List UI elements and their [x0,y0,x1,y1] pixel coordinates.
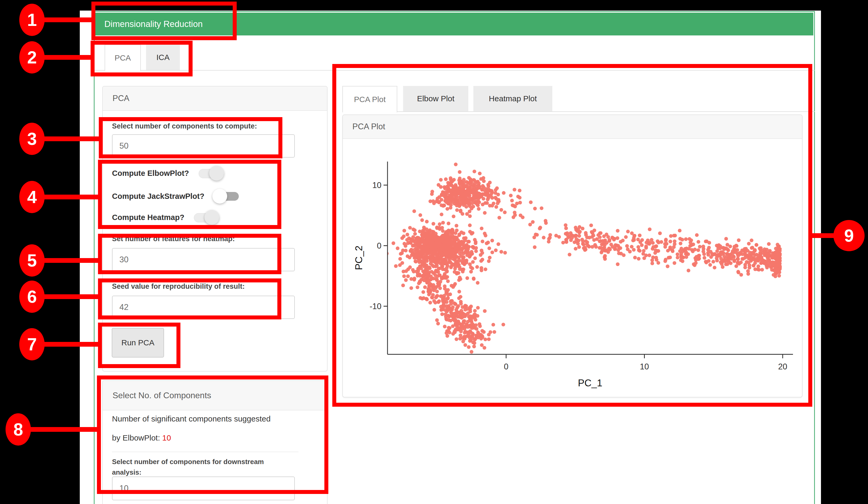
heatmap-features-label: Set number of features for heatmap: [112,235,235,243]
tab-elbow-plot[interactable]: Elbow Plot [403,86,468,111]
annotation-number-5: 5 [19,244,45,276]
pca-panel-header: PCA [103,87,327,111]
annotation-number-2: 2 [19,41,45,73]
x-tick-label: 0 [504,362,508,371]
tab-ica[interactable]: ICA [146,44,180,70]
seed-input[interactable] [112,296,295,319]
toggle-knob [213,189,227,204]
tabs-divider [95,70,815,71]
divider [112,452,299,452]
components-count-label: Select number of components to compute: [112,122,257,130]
annotation-number-4: 4 [19,181,45,213]
heatmap-features-input[interactable] [112,248,295,271]
heatmap-toggle[interactable] [192,210,219,225]
jackstrawplot-toggle[interactable] [213,189,239,204]
y-tick-label: 10 [372,181,381,190]
downstream-components-input[interactable] [112,476,295,500]
tab-pca[interactable]: PCA [105,44,141,71]
elbowplot-toggle-label: Compute ElbowPlot? [112,169,189,178]
y-tick-label: 0 [377,241,381,250]
annotation-number-6: 6 [19,281,45,313]
toggle-knob [209,166,224,181]
run-pca-button[interactable]: Run PCA [112,328,164,357]
suggested-components-text: Number of significant components suggest… [112,409,313,447]
page-title: Dimensionality Reduction [95,13,813,36]
annotation-number-8: 8 [6,413,31,445]
annotation-number-7: 7 [19,328,45,360]
seed-label: Seed value for reproducibility of result… [112,282,245,291]
annotation-number-1: 1 [19,4,45,36]
elbowplot-toggle-row: Compute ElbowPlot? [112,165,224,181]
jackstrawplot-toggle-row: Compute JackStrawPlot? [112,188,239,204]
screenshot-canvas: Dimensionality Reduction PCA ICA PCA Sel… [0,0,868,504]
x-tick-label: 10 [640,362,649,371]
annotation-number-3: 3 [19,123,45,155]
plot-tabs-divider [342,111,815,112]
heatmap-toggle-row: Compute Heatmap? [112,209,219,225]
x-tick-label: 20 [778,362,787,371]
pca-plot-panel-header: PCA Plot [343,115,802,139]
heatmap-toggle-label: Compute Heatmap? [112,213,184,222]
jackstrawplot-toggle-label: Compute JackStrawPlot? [112,192,205,201]
x-axis-label: PC_1 [578,377,602,389]
elbowplot-toggle[interactable] [197,165,224,181]
select-components-panel-header: Select No. of Components [103,381,327,410]
toggle-knob [205,210,219,225]
tab-pca-plot[interactable]: PCA Plot [342,86,397,112]
components-count-input[interactable] [112,134,295,158]
annotation-number-9: 9 [834,220,865,251]
downstream-components-label: Select number of components for downstre… [112,456,276,477]
tab-heatmap-plot[interactable]: Heatmap Plot [473,86,552,111]
y-axis-label: PC_2 [353,246,364,270]
pca-scatter-plot: 100-1001020PC_1PC_2 [342,138,803,397]
y-tick-label: -10 [370,302,381,311]
suggested-components-value: 10 [162,433,171,442]
